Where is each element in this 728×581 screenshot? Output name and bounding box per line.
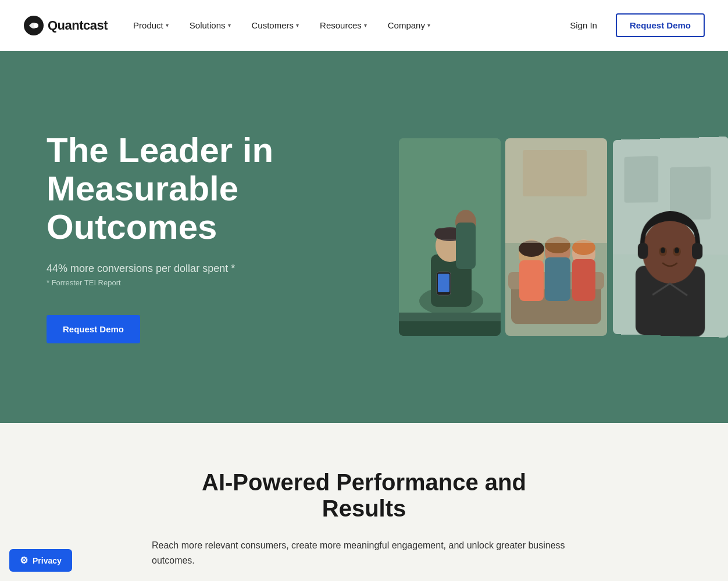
brand-name: Quantcast: [48, 18, 108, 33]
nav-item-resources[interactable]: Resources ▾: [311, 16, 376, 35]
nav-right: Sign In Request Demo: [561, 13, 705, 37]
company-chevron-icon: ▾: [427, 22, 430, 28]
svg-rect-12: [438, 274, 449, 292]
nav-item-product[interactable]: Product ▾: [124, 16, 178, 35]
hero-title: The Leader in Measurable Outcomes: [47, 131, 337, 246]
customers-chevron-icon: ▾: [296, 22, 299, 28]
quantcast-logo-icon: [23, 15, 44, 36]
hero-image-panel-1: [399, 138, 501, 336]
svg-point-36: [643, 220, 698, 284]
svg-rect-24: [572, 259, 595, 301]
svg-rect-20: [519, 260, 544, 301]
hero-section: The Leader in Measurable Outcomes 44% mo…: [0, 51, 728, 423]
navbar: Quantcast Product ▾ Solutions ▾ Customer…: [0, 0, 728, 51]
lower-section-title: AI-Powered Performance and Results: [160, 469, 568, 522]
privacy-gear-icon: ⚙: [20, 555, 28, 566]
nav-solutions-label: Solutions: [190, 20, 226, 30]
nav-customers-label: Customers: [252, 20, 294, 30]
hero-img-1-svg: [399, 138, 501, 336]
nav-left: Quantcast Product ▾ Solutions ▾ Customer…: [23, 15, 440, 36]
nav-item-customers[interactable]: Customers ▾: [242, 16, 309, 35]
nav-company-label: Company: [388, 20, 425, 30]
logo[interactable]: Quantcast: [23, 15, 108, 36]
nav-product-label: Product: [133, 20, 163, 30]
svg-rect-22: [545, 257, 570, 301]
svg-point-41: [661, 248, 665, 253]
hero-content: The Leader in Measurable Outcomes 44% mo…: [47, 131, 337, 343]
product-chevron-icon: ▾: [166, 22, 169, 28]
hero-source: * Forrester TEI Report: [47, 278, 337, 287]
privacy-banner[interactable]: ⚙ Privacy: [9, 549, 72, 572]
nav-request-demo-button[interactable]: Request Demo: [616, 13, 705, 37]
solutions-chevron-icon: ▾: [228, 22, 231, 28]
resources-chevron-icon: ▾: [364, 22, 367, 28]
nav-item-solutions[interactable]: Solutions ▾: [180, 16, 240, 35]
hero-stat: 44% more conversions per dollar spent *: [47, 263, 337, 275]
nav-links: Product ▾ Solutions ▾ Customers ▾ Resour…: [124, 16, 440, 35]
hero-img-3-svg: [613, 137, 728, 338]
svg-rect-10: [456, 223, 476, 269]
hero-image-panel-3: [613, 137, 728, 338]
svg-rect-37: [638, 243, 648, 259]
hero-img-2-svg: [505, 138, 607, 336]
svg-point-25: [519, 241, 544, 257]
hero-image-panel-2: [505, 138, 607, 336]
svg-rect-14: [399, 321, 501, 336]
hero-request-demo-button[interactable]: Request Demo: [47, 315, 140, 343]
nav-resources-label: Resources: [320, 20, 362, 30]
privacy-label: Privacy: [33, 556, 62, 565]
svg-point-1: [34, 23, 38, 28]
svg-rect-29: [523, 150, 587, 196]
nav-item-company[interactable]: Company ▾: [379, 16, 440, 35]
hero-images: [399, 51, 728, 423]
svg-point-42: [675, 248, 679, 253]
svg-rect-38: [692, 243, 702, 259]
sign-in-button[interactable]: Sign In: [561, 16, 606, 35]
lower-section: AI-Powered Performance and Results Reach…: [0, 423, 728, 581]
svg-rect-33: [624, 156, 659, 202]
lower-description-1: Reach more relevant consumers, create mo…: [152, 538, 576, 568]
